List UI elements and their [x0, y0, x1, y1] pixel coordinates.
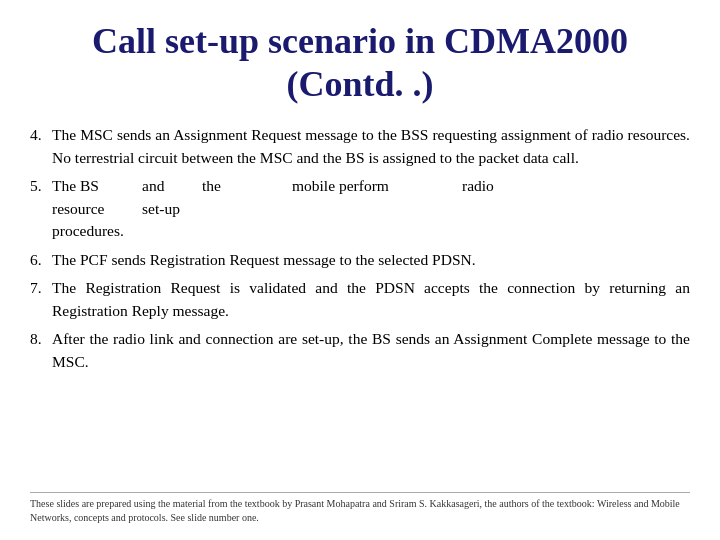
- slide-container: Call set-up scenario in CDMA2000 (Contd.…: [0, 0, 720, 540]
- item-6-text: The PCF sends Registration Request messa…: [52, 249, 690, 271]
- item-7: 7. The Registration Request is validated…: [30, 277, 690, 322]
- slide-content: 4. The MSC sends an Assignment Request m…: [30, 124, 690, 488]
- item-4-number: 4.: [30, 124, 52, 146]
- item-5-col3: the: [202, 175, 292, 197]
- item-6: 6. The PCF sends Registration Request me…: [30, 249, 690, 271]
- item-4-text: The MSC sends an Assignment Request mess…: [52, 124, 690, 169]
- item-5-col6: resource: [52, 198, 142, 220]
- footer-text: These slides are prepared using the mate…: [30, 498, 680, 523]
- item-8: 8. After the radio link and connection a…: [30, 328, 690, 373]
- item-5: 5. The BS and the mobile perform radio r…: [30, 175, 690, 242]
- item-7-text: The Registration Request is validated an…: [52, 277, 690, 322]
- item-4: 4. The MSC sends an Assignment Request m…: [30, 124, 690, 169]
- item-8-text: After the radio link and connection are …: [52, 328, 690, 373]
- item-7-number: 7.: [30, 277, 52, 299]
- item-5-col5: radio: [462, 175, 494, 197]
- item-5-number: 5.: [30, 175, 52, 197]
- item-5-col4: mobile perform: [292, 175, 462, 197]
- slide-title: Call set-up scenario in CDMA2000 (Contd.…: [30, 20, 690, 106]
- item-6-number: 6.: [30, 249, 52, 271]
- item-8-number: 8.: [30, 328, 52, 350]
- footer: These slides are prepared using the mate…: [30, 492, 690, 525]
- item-5-col7: set-up: [142, 198, 202, 220]
- item-5-col8: procedures.: [52, 220, 690, 242]
- item-5-col2: and: [142, 175, 202, 197]
- item-5-col1: The BS: [52, 175, 142, 197]
